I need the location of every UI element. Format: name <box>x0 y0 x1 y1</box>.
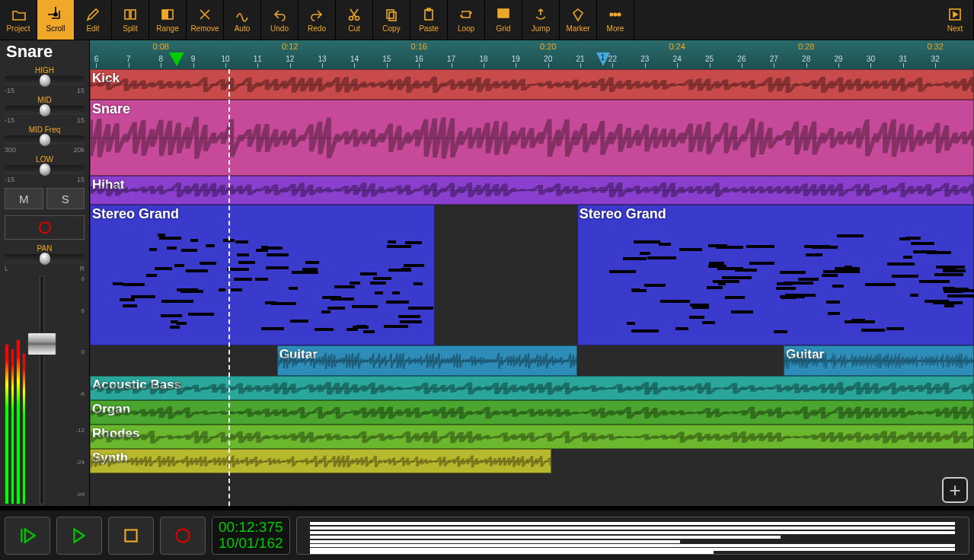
eq-slider-1[interactable] <box>5 106 85 115</box>
clip-label: Stereo Grand <box>580 206 666 222</box>
eq-label: HIGH <box>5 66 85 75</box>
clip[interactable]: Rhodes <box>90 425 974 449</box>
bar-number: 28 <box>802 55 810 63</box>
toolbar-jump[interactable]: Jump <box>522 0 560 40</box>
transport-bar: 00:12:375 10/01/162 <box>0 511 974 560</box>
bar-number: 27 <box>770 55 778 63</box>
track-rhodes[interactable]: Rhodes <box>90 425 974 449</box>
marker-icon <box>570 7 586 22</box>
track-stereo-grand[interactable]: Stereo GrandStereo Grand <box>90 205 974 345</box>
split-icon <box>123 7 138 22</box>
clip[interactable]: Guitar <box>277 345 577 376</box>
toolbar-scroll[interactable]: Scroll <box>37 0 75 40</box>
eq-label: MID <box>5 96 85 104</box>
playhead[interactable] <box>228 69 230 506</box>
toolbar-grid[interactable]: Grid <box>485 0 522 40</box>
bar-number: 6 <box>94 55 99 63</box>
top-toolbar: ProjectScrollEditSplitRangeRemoveAutoUnd… <box>0 0 974 40</box>
grid-icon <box>496 7 511 22</box>
solo-button[interactable]: S <box>46 188 85 209</box>
track-synth[interactable]: Synth <box>90 449 974 473</box>
play-from-start-button[interactable] <box>5 517 50 555</box>
paste-icon <box>421 7 436 22</box>
toolbar-loop[interactable]: Loop <box>448 0 485 40</box>
record-arm-button[interactable] <box>5 215 85 240</box>
toolbar-split[interactable]: Split <box>112 0 149 40</box>
toolbar-undo[interactable]: Undo <box>261 0 299 40</box>
track-snare[interactable]: Snare <box>90 100 974 176</box>
track-guitar[interactable]: GuitarGuitar <box>90 345 974 376</box>
pencil-icon <box>85 7 101 22</box>
toolbar-marker[interactable]: Marker <box>560 0 597 40</box>
bar-number: 16 <box>415 55 423 63</box>
cut-icon <box>346 7 362 22</box>
bar-number: 26 <box>737 55 746 63</box>
clip[interactable]: Organ <box>90 400 974 425</box>
clip[interactable]: Synth <box>90 449 551 473</box>
location-marker[interactable] <box>596 52 610 66</box>
clip-label: Stereo Grand <box>92 206 179 222</box>
pan-slider[interactable] <box>5 254 85 263</box>
clip[interactable]: Guitar <box>784 345 974 376</box>
eq-label: MID Freq <box>5 126 85 134</box>
clip[interactable]: Snare <box>90 100 974 176</box>
time-label: 0:24 <box>669 42 685 51</box>
toolbar-redo[interactable]: Redo <box>299 0 336 40</box>
loop-icon <box>458 7 474 22</box>
clip[interactable]: Stereo Grand <box>577 205 974 345</box>
scroll-icon <box>48 7 63 22</box>
volume-fader[interactable] <box>29 275 54 504</box>
arrangement-minimap[interactable] <box>296 517 969 555</box>
bar-number: 11 <box>254 55 262 63</box>
selected-track-name: Snare <box>0 40 89 66</box>
bar-number: 24 <box>673 55 682 63</box>
mute-button[interactable]: M <box>5 188 43 209</box>
add-track-button[interactable]: + <box>942 477 968 503</box>
toolbar-next[interactable]: Next <box>937 0 974 40</box>
bar-number: 21 <box>576 55 584 63</box>
toolbar-auto[interactable]: Auto <box>224 0 261 40</box>
toolbar-cut[interactable]: Cut <box>336 0 373 40</box>
toolbar-project[interactable]: Project <box>0 0 37 40</box>
toolbar-remove[interactable]: Remove <box>187 0 224 40</box>
fader-scale: 660-6-12-24-inf <box>57 275 85 504</box>
clip[interactable]: Hihat <box>90 176 974 205</box>
bar-number: 29 <box>834 55 842 63</box>
time-label: 0:08 <box>153 42 169 51</box>
bar-number: 8 <box>158 55 163 63</box>
track-organ[interactable]: Organ <box>90 400 974 425</box>
eq-slider-2[interactable] <box>5 135 85 145</box>
track-kick[interactable]: Kick <box>90 69 974 100</box>
track-acoustic-bass[interactable]: Acoustic Bass <box>90 376 974 400</box>
pan-label: PAN <box>5 244 85 253</box>
level-meters <box>5 275 26 504</box>
eq-slider-0[interactable] <box>5 76 85 85</box>
bar-number: 13 <box>318 55 327 63</box>
toolbar-more[interactable]: More <box>597 0 634 40</box>
timeline-ruler[interactable]: 0:080:120:160:200:240:280:320:360:40 678… <box>90 40 974 69</box>
x-icon <box>197 7 212 22</box>
folder-icon <box>11 7 26 22</box>
clip[interactable]: Stereo Grand <box>90 205 435 345</box>
track-hihat[interactable]: Hihat <box>90 176 974 205</box>
play-marker[interactable] <box>169 52 184 66</box>
bar-number: 15 <box>382 55 391 63</box>
clip[interactable]: Acoustic Bass <box>90 376 974 400</box>
tracks-area[interactable]: KickSnareHihatStereo GrandStereo GrandGu… <box>90 69 974 506</box>
bar-number: 18 <box>479 55 487 63</box>
time-label: 0:20 <box>540 42 556 51</box>
toolbar-copy[interactable]: Copy <box>373 0 410 40</box>
bar-number: 32 <box>931 55 940 63</box>
undo-icon <box>272 7 287 22</box>
play-button[interactable] <box>56 517 102 555</box>
eq-slider-3[interactable] <box>5 165 85 174</box>
toolbar-paste[interactable]: Paste <box>410 0 448 40</box>
toolbar-edit[interactable]: Edit <box>75 0 112 40</box>
copy-icon <box>384 7 399 22</box>
toolbar-range[interactable]: Range <box>149 0 187 40</box>
record-button[interactable] <box>160 517 206 555</box>
clip[interactable]: Kick <box>90 69 974 100</box>
jump-icon <box>533 7 548 22</box>
stop-button[interactable] <box>108 517 154 555</box>
time-label: 0:12 <box>282 42 298 51</box>
